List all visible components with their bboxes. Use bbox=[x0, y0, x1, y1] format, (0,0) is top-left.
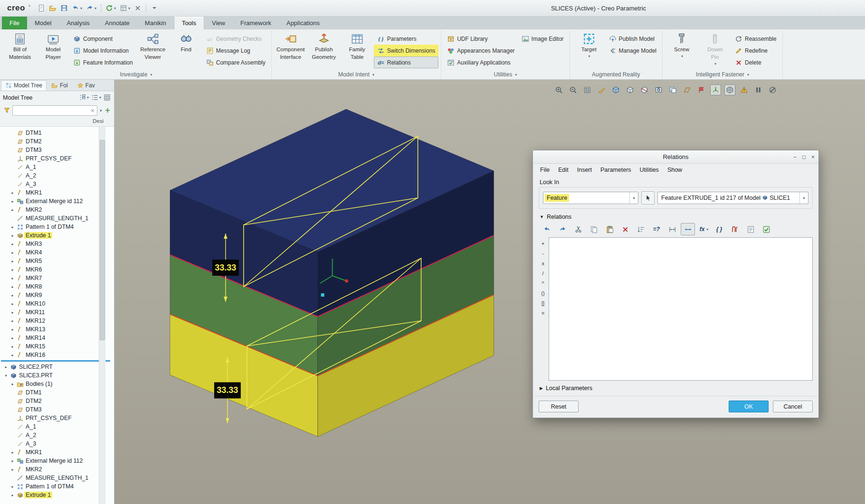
ribbon-tab-model[interactable]: Model bbox=[27, 17, 59, 29]
operator-power-button[interactable]: ^ bbox=[539, 280, 547, 287]
expand-arrow-icon[interactable]: ▸ bbox=[10, 450, 16, 455]
redo-button[interactable] bbox=[555, 223, 570, 235]
tree-item-a-1[interactable]: A_1 bbox=[0, 422, 114, 431]
annotation-display-button[interactable] bbox=[696, 84, 707, 95]
chevron-down-icon[interactable]: ▾ bbox=[87, 95, 89, 100]
component-button[interactable]: Component bbox=[70, 33, 136, 45]
line-display-toggle[interactable] bbox=[681, 223, 695, 235]
copy-button[interactable] bbox=[587, 223, 601, 235]
tree-columns-button[interactable]: ▾ bbox=[91, 93, 102, 102]
expand-arrow-icon[interactable]: ▸ bbox=[10, 467, 16, 472]
expand-arrow-icon[interactable]: ▸ bbox=[10, 345, 16, 349]
pause-button[interactable] bbox=[753, 84, 764, 95]
tree-item-extrude-1[interactable]: ▸Extrude 1 bbox=[0, 231, 114, 240]
tree-item-external-merge-id-112[interactable]: ▸External Merge id 112 bbox=[0, 197, 114, 205]
screw-button[interactable]: Screw▾ bbox=[665, 31, 698, 58]
tree-item-a-3[interactable]: A_3 bbox=[0, 439, 114, 448]
find-button[interactable]: Find bbox=[170, 31, 203, 53]
cut-button[interactable] bbox=[571, 223, 585, 235]
tree-item-dtm2[interactable]: DTM2 bbox=[0, 397, 114, 405]
save-button[interactable] bbox=[59, 2, 69, 14]
collapse-arrow-icon[interactable]: ▼ bbox=[540, 215, 544, 219]
tree-item-mkr9[interactable]: ▸MKR9 bbox=[0, 291, 114, 299]
reassemble-button[interactable]: Reassemble bbox=[732, 33, 780, 45]
expand-arrow-icon[interactable]: ▸ bbox=[10, 242, 16, 246]
expand-arrow-icon[interactable]: ▸ bbox=[10, 336, 16, 340]
spin-center-button[interactable] bbox=[710, 84, 721, 95]
ribbon-tab-annotate[interactable]: Annotate bbox=[97, 17, 137, 29]
dowel-pin-button[interactable]: DowelPin▾ bbox=[698, 31, 732, 66]
delete-button[interactable]: Delete bbox=[732, 56, 780, 68]
freeze-drag-button[interactable] bbox=[767, 84, 778, 95]
tree-scrollbar-thumb[interactable] bbox=[100, 140, 105, 340]
tree-item-prt-csys-def[interactable]: PRT_CSYS_DEF bbox=[0, 154, 114, 163]
group-label-utilities[interactable]: Utilities▾ bbox=[444, 70, 567, 79]
analysis-warning-indicator[interactable] bbox=[739, 84, 750, 95]
tree-item-pattern-1-of-dtm4[interactable]: ▸Pattern 1 of DTM4 bbox=[0, 223, 114, 231]
saved-orientations-button[interactable] bbox=[653, 84, 664, 95]
tree-item-slice2-prt[interactable]: ▸SLICE2.PRT bbox=[0, 363, 114, 371]
cancel-button[interactable]: Cancel bbox=[773, 401, 813, 412]
tree-item-a-2[interactable]: A_2 bbox=[0, 171, 114, 180]
image-editor-button[interactable]: Image Editor bbox=[518, 33, 567, 45]
tree-item-prt-csys-def[interactable]: PRT_CSYS_DEF bbox=[0, 414, 114, 422]
section-view-button[interactable] bbox=[639, 84, 650, 95]
reset-button[interactable]: Reset bbox=[539, 401, 579, 412]
expand-arrow-icon[interactable]: ▸ bbox=[10, 382, 16, 386]
tree-item-mkr2[interactable]: ▸MKR2 bbox=[0, 465, 114, 474]
expand-arrow-icon[interactable]: ▶ bbox=[540, 386, 543, 391]
family-table-button[interactable]: FamilyTable bbox=[341, 31, 374, 60]
expand-arrow-icon[interactable]: ▸ bbox=[10, 485, 16, 489]
maximize-button[interactable]: □ bbox=[802, 154, 806, 160]
refit-button[interactable] bbox=[582, 84, 593, 95]
tree-search-input[interactable] bbox=[14, 107, 90, 114]
add-filter-button[interactable] bbox=[104, 106, 112, 114]
relations-section-header[interactable]: ▼ Relations bbox=[540, 214, 812, 220]
bill-of-materials-button[interactable]: Bill ofMaterials bbox=[3, 31, 37, 60]
target-button[interactable]: Target▾ bbox=[572, 31, 606, 58]
relations-menu-edit[interactable]: Edit bbox=[554, 165, 573, 175]
delete-button[interactable] bbox=[618, 223, 632, 235]
message-log-button[interactable]: Message Log bbox=[203, 45, 269, 56]
chevron-down-icon[interactable]: ▾ bbox=[80, 6, 82, 10]
zoom-in-button[interactable] bbox=[553, 84, 564, 95]
expand-arrow-icon[interactable]: ▸ bbox=[10, 199, 16, 204]
geometry-checks-button[interactable]: Geometry Checks bbox=[203, 33, 269, 45]
regenerate-button[interactable]: ▾ bbox=[104, 2, 117, 14]
tree-item-mkr11[interactable]: ▸MKR11 bbox=[0, 308, 114, 317]
tab-model-tree[interactable]: Model Tree bbox=[1, 80, 47, 91]
tree-item-dtm3[interactable]: DTM3 bbox=[0, 146, 114, 154]
operator-multiply-button[interactable]: x bbox=[539, 260, 547, 267]
expand-arrow-icon[interactable]: ▸ bbox=[10, 302, 16, 306]
component-interface-button[interactable]: ComponentInterface bbox=[274, 31, 307, 60]
ribbon-tab-analysis[interactable]: Analysis bbox=[59, 17, 97, 29]
operator-parentheses-button[interactable]: () bbox=[539, 289, 547, 297]
tree-item-mkr8[interactable]: ▸MKR8 bbox=[0, 282, 114, 291]
publish-geometry-button[interactable]: PublishGeometry bbox=[307, 31, 341, 60]
close-button[interactable]: × bbox=[811, 154, 815, 160]
chevron-down-icon[interactable]: ▾ bbox=[99, 95, 101, 100]
udf-library-button[interactable]: UDF Library bbox=[444, 33, 518, 45]
chevron-down-icon[interactable]: ▾ bbox=[629, 192, 638, 204]
auxiliary-applications-button[interactable]: Auxiliary Applications bbox=[444, 56, 518, 68]
operator-divide-button[interactable]: / bbox=[539, 270, 547, 277]
reference-viewer-button[interactable]: ReferenceViewer bbox=[136, 31, 170, 60]
zoom-out-button[interactable] bbox=[568, 84, 579, 95]
tree-item-mkr2[interactable]: ▸MKR2 bbox=[0, 205, 114, 214]
group-label-intelligent-fastener[interactable]: Intelligent Fastener▾ bbox=[665, 70, 780, 79]
operator-plus-button[interactable]: + bbox=[539, 240, 547, 247]
relations-editor[interactable] bbox=[549, 237, 813, 381]
close-window-button[interactable] bbox=[133, 2, 143, 14]
ribbon-tab-tools[interactable]: Tools bbox=[174, 17, 204, 29]
expand-arrow-icon[interactable]: ▸ bbox=[10, 459, 16, 463]
tab-favorites[interactable]: Fav bbox=[73, 80, 99, 91]
tree-item-a-1[interactable]: A_1 bbox=[0, 163, 114, 171]
expand-arrow-icon[interactable]: ▸ bbox=[10, 327, 16, 332]
undo-button[interactable] bbox=[540, 223, 554, 235]
tree-item-mkr13[interactable]: ▸MKR13 bbox=[0, 325, 114, 334]
undo-button[interactable]: ▾ bbox=[70, 2, 84, 14]
group-label-model-intent[interactable]: Model Intent▾ bbox=[274, 70, 438, 79]
expand-arrow-icon[interactable]: ▸ bbox=[10, 285, 16, 289]
sort-relations-button[interactable] bbox=[634, 223, 648, 235]
ribbon-tab-applications[interactable]: Applications bbox=[279, 17, 327, 29]
